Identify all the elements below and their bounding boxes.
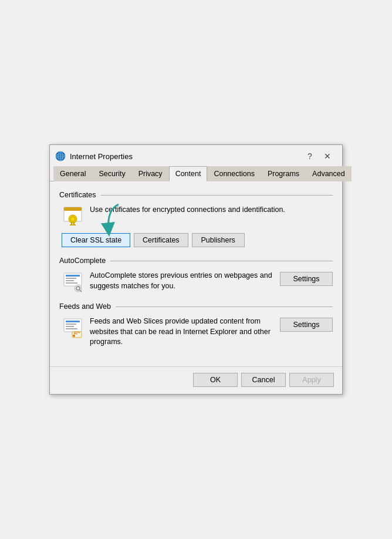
svg-rect-15 [66,280,74,281]
svg-rect-24 [66,328,77,329]
publishers-button[interactable]: Publishers [192,233,245,247]
autocomplete-row: AutoComplete stores previous entries on … [62,271,333,293]
autocomplete-section: AutoComplete AutoComplete stores previou… [59,257,333,293]
svg-rect-22 [66,324,76,325]
feeds-divider [116,306,333,307]
tab-privacy[interactable]: Privacy [132,166,169,181]
apply-button[interactable]: Apply [289,373,334,387]
arrow-container: Clear SSL state [62,233,130,247]
certificates-divider [101,195,333,196]
svg-rect-6 [64,207,82,211]
close-button[interactable]: ✕ [320,150,335,163]
tab-content-panel: Certificates Use certificates for encryp… [50,181,342,366]
certificate-icon [62,205,84,227]
certificates-description: Use certificates for encrypted connectio… [90,205,333,215]
certificates-buttons: Clear SSL state Certificates Publishers [62,233,333,247]
tab-bar: General Security Privacy Content Connect… [50,166,342,181]
svg-rect-13 [66,275,80,277]
autocomplete-divider [110,261,333,261]
globe-icon [55,150,66,162]
autocomplete-icon [62,271,84,293]
tab-advanced[interactable]: Advanced [306,166,352,181]
tab-content[interactable]: Content [169,166,208,181]
internet-properties-dialog: Internet Properties ? ✕ General Security… [49,144,343,395]
autocomplete-settings-button[interactable]: Settings [280,272,333,286]
title-controls: ? ✕ [302,150,335,163]
cancel-button[interactable]: Cancel [241,373,286,387]
dialog-footer: OK Cancel Apply [50,366,342,394]
svg-line-19 [80,290,82,292]
feeds-description: Feeds and Web Slices provide updated con… [90,316,274,348]
certificates-header: Certificates [59,191,333,199]
feeds-row: Feeds and Web Slices provide updated con… [62,316,333,348]
dialog-title: Internet Properties [70,152,133,161]
autocomplete-description: AutoComplete stores previous entries on … [90,271,274,291]
ok-button[interactable]: OK [193,373,238,387]
autocomplete-title: AutoComplete [59,257,110,265]
tab-programs[interactable]: Programs [261,166,306,181]
svg-point-8 [70,217,75,221]
certificates-title: Certificates [59,191,101,199]
svg-rect-16 [66,282,77,284]
feeds-header: Feeds and Web [59,302,333,311]
title-bar: Internet Properties ? ✕ [50,145,342,166]
clear-ssl-state-button[interactable]: Clear SSL state [62,233,130,247]
autocomplete-header: AutoComplete [59,257,333,265]
svg-rect-21 [66,321,80,322]
tab-general[interactable]: General [53,166,92,181]
tab-connections[interactable]: Connections [207,166,261,181]
title-bar-left: Internet Properties [55,150,133,162]
svg-rect-14 [66,278,76,279]
feeds-settings-button[interactable]: Settings [280,318,333,332]
feeds-section: Feeds and Web Feeds and Web Slices provi… [59,302,333,348]
certificates-row: Use certificates for encrypted connectio… [62,205,333,227]
svg-point-26 [73,335,75,337]
certificates-section: Certificates Use certificates for encryp… [59,191,333,247]
tab-security[interactable]: Security [92,166,131,181]
feeds-title: Feeds and Web [59,302,116,311]
feeds-icon [62,316,84,339]
help-button[interactable]: ? [302,150,317,163]
certificates-button[interactable]: Certificates [134,233,188,247]
svg-rect-23 [66,326,74,327]
svg-rect-11 [70,224,76,225]
